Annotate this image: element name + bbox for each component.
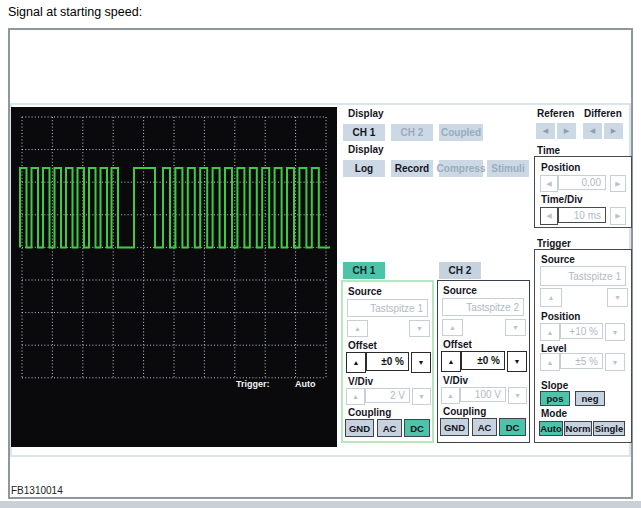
ch1-offset-value[interactable]: ±0 % [366, 352, 409, 371]
ch1-vdiv-value[interactable]: 2 V [365, 388, 410, 403]
trigger-mode-label: Mode [541, 408, 567, 419]
trigger-position-up-button[interactable] [540, 323, 560, 341]
ch2-offset-value[interactable]: ±0 % [461, 351, 505, 370]
ch2-coupling-label: Coupling [443, 406, 486, 417]
display-coupled-button[interactable]: Coupled [439, 124, 483, 141]
ch1-source-up-button[interactable] [347, 320, 368, 337]
ch1-coupling-label: Coupling [348, 407, 391, 418]
reference-next-button[interactable] [557, 123, 576, 139]
figure-id: FB1310014 [11, 485, 63, 496]
trigger-group-label: Trigger [537, 238, 571, 249]
time-position-value[interactable]: 0,00 [558, 175, 606, 190]
trigger-position-down-button[interactable] [605, 323, 625, 341]
time-position-decrease-button[interactable] [540, 175, 558, 192]
ch2-vdiv-up-button[interactable] [441, 387, 460, 404]
difference-next-button[interactable] [604, 123, 623, 139]
ch2-vdiv-label: V/Div [443, 375, 468, 386]
ch2-coupling-ac-button[interactable]: AC [472, 418, 497, 436]
trigger-level-value[interactable]: ±5 % [560, 353, 603, 369]
mode-single-button[interactable]: Single [593, 421, 625, 436]
mode-auto-button[interactable]: Auto [539, 421, 563, 436]
tab-ch2[interactable]: CH 2 [439, 262, 481, 279]
ch2-source-down-button[interactable] [505, 319, 526, 336]
ch2-coupling-gnd-button[interactable]: GND [440, 418, 469, 436]
display-ch2-button[interactable]: CH 2 [391, 124, 433, 141]
scope-plot [11, 107, 337, 447]
difference-label: Differen [584, 108, 622, 119]
compress-button[interactable]: Compress [439, 160, 483, 177]
bottom-strip [0, 501, 641, 508]
trigger-source-up-button[interactable] [540, 288, 562, 307]
scope-screen: Trigger: Auto [11, 107, 337, 447]
time-group: Position 0,00 Time/Div 10 ms [534, 156, 632, 228]
ch1-offset-up-button[interactable] [346, 352, 366, 373]
slope-neg-button[interactable]: neg [575, 391, 605, 406]
time-group-label: Time [537, 145, 560, 156]
ch1-offset-label: Offset [348, 340, 377, 351]
ch2-source-label: Source [443, 285, 477, 296]
trigger-level-up-button[interactable] [540, 353, 560, 371]
time-div-label: Time/Div [541, 194, 583, 205]
ch2-offset-down-button[interactable] [507, 351, 527, 372]
time-position-label: Position [541, 162, 580, 173]
ch1-source-label: Source [348, 286, 382, 297]
ch1-vdiv-label: V/Div [348, 376, 373, 387]
display-ch1-button[interactable]: CH 1 [343, 124, 385, 141]
ch2-source-value[interactable]: Tastspitze 2 [442, 298, 524, 316]
trigger-position-value[interactable]: +10 % [560, 323, 603, 339]
ch2-coupling-dc-button[interactable]: DC [499, 418, 526, 436]
difference-prev-button[interactable] [583, 123, 602, 139]
trigger-group: Source Tastspitze 1 Position +10 % Level… [534, 249, 632, 443]
trigger-status-value: Auto [295, 379, 316, 389]
ch1-coupling-dc-button[interactable]: DC [404, 419, 430, 437]
ch2-source-up-button[interactable] [442, 319, 463, 336]
ch2-offset-up-button[interactable] [441, 351, 461, 372]
trigger-position-label: Position [541, 311, 580, 322]
stimuli-button[interactable]: Stimuli [487, 160, 529, 177]
reference-prev-button[interactable] [536, 123, 555, 139]
slope-pos-button[interactable]: pos [540, 391, 570, 406]
ch1-coupling-gnd-button[interactable]: GND [345, 419, 374, 437]
tab-ch1[interactable]: CH 1 [343, 262, 385, 279]
channel2-panel: Source Tastspitze 2 Offset ±0 % V/Div 10… [437, 280, 530, 443]
time-div-decrease-button[interactable] [540, 207, 558, 225]
display-channels-label: Display [348, 108, 384, 119]
display-mode-label: Display [348, 144, 384, 155]
ch1-vdiv-down-button[interactable] [412, 388, 431, 405]
time-div-value[interactable]: 10 ms [558, 207, 606, 223]
page: Signal at starting speed: Trigger: Auto … [0, 0, 641, 508]
trigger-source-value[interactable]: Tastspitze 1 [540, 266, 626, 286]
time-div-increase-button[interactable] [610, 207, 626, 225]
trigger-status-label: Trigger: [236, 379, 270, 389]
ch2-vdiv-value[interactable]: 100 V [460, 387, 506, 402]
trigger-source-label: Source [541, 254, 575, 265]
ch1-vdiv-up-button[interactable] [346, 388, 365, 405]
time-position-increase-button[interactable] [610, 175, 626, 192]
ch1-offset-down-button[interactable] [411, 352, 431, 373]
ch2-vdiv-down-button[interactable] [508, 387, 527, 404]
page-title: Signal at starting speed: [8, 5, 142, 19]
channel1-panel: Source Tastspitze 1 Offset ±0 % V/Div 2 … [341, 280, 434, 443]
reference-label: Referen [537, 108, 574, 119]
ch1-source-value[interactable]: Tastspitze 1 [347, 299, 428, 317]
trigger-level-down-button[interactable] [605, 353, 625, 371]
record-button[interactable]: Record [391, 160, 433, 177]
ch2-offset-label: Offset [443, 339, 472, 350]
ch1-source-down-button[interactable] [409, 320, 430, 337]
trigger-source-down-button[interactable] [607, 288, 628, 307]
log-button[interactable]: Log [343, 160, 385, 177]
trigger-slope-label: Slope [541, 380, 568, 391]
ch1-coupling-ac-button[interactable]: AC [377, 419, 402, 437]
waveform-trace [20, 168, 330, 248]
mode-norm-button[interactable]: Norm [564, 421, 592, 436]
